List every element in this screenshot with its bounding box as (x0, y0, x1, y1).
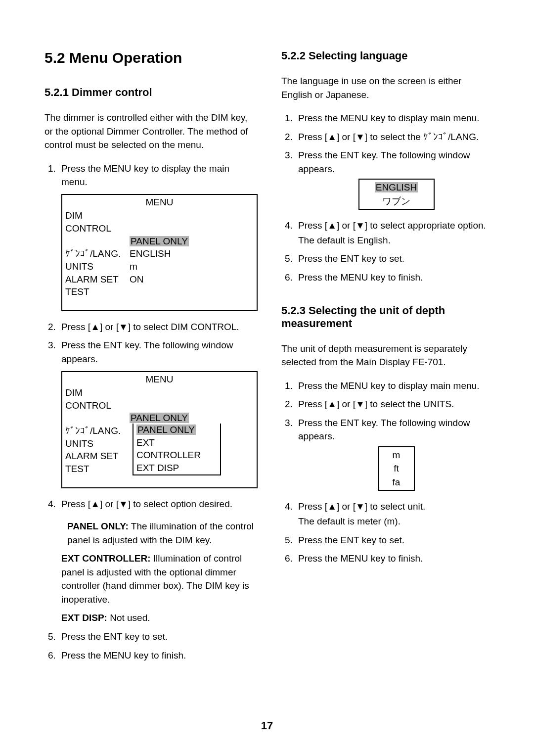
down-arrow-icon: ▼ (356, 132, 365, 142)
term: PANEL ONLY: (67, 521, 129, 531)
menu-label: ｹﾞﾝｺﾞ/LANG. (65, 425, 130, 437)
text: The default is English. (298, 234, 494, 247)
menu-box: MENU DIM CONTROL PANEL ONLY PANEL ONLY E… (61, 371, 258, 488)
text: ] to select unit. (365, 501, 426, 512)
list-item: Press the ENT key. The following window … (58, 338, 258, 488)
menu-title: MENU (62, 372, 257, 387)
text: Press the MENU key to display the main m… (61, 163, 229, 188)
menu-label: ALARM SET (65, 273, 130, 286)
text: Press [ (61, 322, 90, 332)
text: Press [ (298, 501, 327, 512)
down-arrow-icon: ▼ (119, 322, 128, 332)
list-item: Press the ENT key to set. (295, 533, 494, 547)
paragraph: The unit of depth measurement is separat… (281, 342, 494, 369)
term: EXT DISP: (61, 613, 107, 623)
text: Press the MENU key to finish. (298, 272, 423, 283)
page-number: 17 (0, 719, 534, 732)
popup-option: fa (379, 475, 414, 489)
menu-label: DIM CONTROL (65, 386, 130, 412)
list-item: Press [▲] or [▼] to select the ｹﾞﾝｺﾞ/LAN… (295, 130, 494, 144)
menu-value: m (130, 260, 254, 273)
subsection-heading: 5.2.1 Dimmer control (44, 86, 258, 99)
menu-title: MENU (62, 195, 257, 210)
description: EXT CONTROLLER: Illumination of control … (61, 552, 258, 606)
dropdown-list: PANEL ONLY EXT CONTROLLER EXT DISP (133, 424, 221, 475)
up-arrow-icon: ▲ (327, 399, 337, 409)
list-item: Press [▲] or [▼] to select option desire… (58, 497, 258, 625)
up-arrow-icon: ▲ (90, 499, 100, 509)
menu-label: ALARM SET (65, 450, 130, 463)
text: Press the ENT key to set. (61, 631, 168, 642)
text: ] to select the UNITS. (365, 399, 454, 409)
text: Not used. (107, 613, 150, 623)
list-item: Press the MENU key to display main menu. (295, 111, 494, 125)
paragraph: The dimmer is controlled either with the… (44, 111, 258, 152)
popup-box: ENGLISH ワブン (358, 179, 435, 210)
columns: 5.2 Menu Operation 5.2.1 Dimmer control … (44, 49, 494, 672)
list-item: Press the ENT key to set. (295, 252, 494, 266)
up-arrow-icon: ▲ (90, 322, 100, 332)
text: Press [ (61, 499, 90, 509)
list-item: Press the MENU key to display main menu. (295, 379, 494, 393)
menu-box: MENU DIM CONTROL PANEL ONLY ｹﾞﾝｺﾞ/LANG.E… (61, 194, 258, 311)
text: Press [ (298, 220, 327, 231)
popup-option-highlight: ENGLISH (375, 182, 418, 192)
text: Press the MENU key to finish. (61, 650, 186, 661)
popup-option: m (379, 448, 414, 462)
text: Press the MENU key to display main menu. (298, 113, 479, 123)
text: ] or [ (337, 220, 356, 231)
text: Press the ENT key. The following window … (298, 150, 470, 174)
menu-value: ON (130, 273, 254, 286)
menu-value-highlight: PANEL ONLY (130, 413, 189, 423)
text: ] or [ (100, 499, 119, 509)
text: ] to select the ｹﾞﾝｺﾞ/LANG. (365, 132, 479, 142)
menu-label: TEST (65, 285, 130, 298)
menu-label: UNITS (65, 260, 130, 273)
text: ] or [ (100, 322, 119, 332)
text: Press the MENU key to display main menu. (298, 380, 479, 391)
down-arrow-icon: ▼ (119, 499, 128, 509)
subsection-heading: 5.2.3 Selecting the unit of depth measur… (281, 304, 494, 330)
text: Press the MENU key to finish. (298, 553, 423, 564)
dropdown-option: EXT DISP (136, 462, 217, 474)
text: Press the ENT key. The following window … (298, 418, 470, 442)
list-item: Press the ENT key to set. (58, 630, 258, 644)
menu-rows: DIM CONTROL PANEL ONLY ｹﾞﾝｺﾞ/LANG.ENGLIS… (62, 209, 257, 310)
text: ] to select appropriate option. (365, 220, 486, 231)
menu-rows: DIM CONTROL PANEL ONLY PANEL ONLY EXT CO… (62, 386, 257, 487)
text: ] or [ (337, 132, 356, 142)
text: Press the ENT key to set. (298, 253, 404, 264)
text: Press the ENT key. The following window … (61, 340, 233, 364)
list-item: Press the ENT key. The following window … (295, 148, 494, 210)
menu-label: ｹﾞﾝｺﾞ/LANG. (65, 247, 130, 260)
popup-option: ワブン (359, 194, 434, 208)
text: ] or [ (337, 501, 356, 512)
section-heading: 5.2 Menu Operation (44, 49, 258, 66)
down-arrow-icon: ▼ (356, 220, 365, 231)
text: ] to select option desired. (128, 499, 232, 509)
menu-label: UNITS (65, 437, 130, 450)
down-arrow-icon: ▼ (356, 399, 365, 409)
term: EXT CONTROLLER: (61, 553, 151, 564)
menu-label: DIM CONTROL (65, 209, 130, 235)
right-column: 5.2.2 Selecting language The language in… (281, 49, 494, 672)
page: 5.2 Menu Operation 5.2.1 Dimmer control … (0, 0, 534, 756)
left-column: 5.2 Menu Operation 5.2.1 Dimmer control … (44, 49, 258, 672)
list-item: Press the MENU key to finish. (58, 649, 258, 662)
popup-option: ft (379, 462, 414, 475)
text: Press [ (298, 399, 327, 409)
list-item: Press [▲] or [▼] to select unit. The def… (295, 500, 494, 528)
paragraph: The language in use on the screen is eit… (281, 74, 494, 101)
up-arrow-icon: ▲ (327, 220, 337, 231)
down-arrow-icon: ▼ (356, 501, 365, 512)
menu-value: ENGLISH (130, 247, 254, 260)
dropdown-option-highlight: PANEL ONLY (136, 425, 196, 435)
list-item: Press the MENU key to finish. (295, 271, 494, 284)
popup-box: m ft fa (378, 446, 415, 491)
list-item: Press [▲] or [▼] to select the UNITS. (295, 397, 494, 411)
description: PANEL ONLY: The illumination of the cont… (67, 520, 258, 547)
text: Press [ (298, 132, 327, 142)
menu-value-highlight: PANEL ONLY (130, 236, 189, 246)
text: ] to select DIM CONTROL. (128, 322, 239, 332)
text: ] or [ (337, 399, 356, 409)
